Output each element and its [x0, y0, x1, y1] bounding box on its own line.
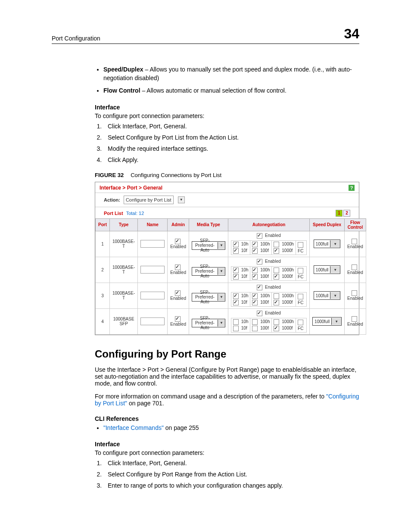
checkbox[interactable]	[257, 285, 262, 290]
checkbox[interactable]	[175, 239, 181, 244]
checkbox[interactable]	[233, 300, 239, 305]
name-input[interactable]	[140, 266, 165, 274]
cell-type: 1000BASE-T	[110, 257, 138, 283]
name-input[interactable]	[140, 292, 165, 299]
checkbox[interactable]	[257, 311, 262, 316]
range-p2: For more information on command usage an…	[95, 393, 359, 407]
checkbox[interactable]	[274, 242, 279, 247]
media-select[interactable]: SFP-Preferred-Auto▼	[192, 293, 225, 302]
media-select[interactable]: SFP-Preferred-Auto▼	[192, 241, 225, 250]
checkbox[interactable]	[233, 274, 239, 280]
page-header: Port Configuration 34	[52, 26, 359, 44]
checkbox[interactable]	[233, 242, 239, 247]
col-autoneg: Autonegotiation	[228, 218, 309, 231]
checkbox[interactable]	[252, 248, 258, 254]
checkbox[interactable]	[298, 320, 303, 325]
cell-media: SFP-Preferred-Auto▼	[189, 283, 228, 308]
checkbox[interactable]	[352, 264, 357, 270]
cell-port: 4	[96, 308, 110, 334]
cell-speed: 100full▼	[310, 283, 345, 308]
col-admin: Admin	[168, 218, 189, 231]
interface-heading: Interface	[95, 104, 359, 111]
step-2: Select Configure by Port List from the A…	[103, 134, 359, 141]
checkbox[interactable]	[175, 290, 181, 296]
speed-select[interactable]: 100full▼	[314, 265, 340, 274]
checkbox[interactable]	[252, 268, 258, 273]
checkbox[interactable]	[252, 319, 258, 325]
cell-speed: 1000full▼	[310, 308, 345, 334]
cli-reference-item: "Interface Commands" on page 255	[103, 424, 359, 432]
table-row: 1 1000BASE-T Enabled SFP-Preferred-Auto▼…	[96, 231, 366, 257]
page-1[interactable]: 1	[336, 210, 342, 217]
name-input[interactable]	[140, 317, 165, 325]
chevron-down-icon: ▼	[218, 268, 225, 275]
cell-type: 1000BASE-T	[110, 283, 138, 308]
figure-caption: FIGURE 32Configuring Connections by Port…	[95, 172, 359, 178]
checkbox[interactable]	[298, 294, 303, 299]
link-interface-commands[interactable]: "Interface Commands"	[103, 424, 164, 431]
interface-intro: To configure port connection parameters:	[95, 112, 359, 119]
checkbox[interactable]	[274, 300, 279, 305]
checkbox[interactable]	[352, 239, 357, 244]
step-1: Click Interface, Port, General.	[103, 123, 359, 130]
checkbox[interactable]	[252, 326, 258, 331]
checkbox[interactable]	[257, 233, 262, 239]
name-input[interactable]	[140, 240, 165, 248]
speed-select[interactable]: 1000full▼	[312, 317, 342, 326]
bullet-speed-duplex: Speed/Duplex – Allows you to manually se…	[103, 65, 359, 82]
media-select[interactable]: SFP-Preferred-Auto▼	[192, 319, 225, 327]
checkbox[interactable]	[175, 316, 181, 322]
checkbox[interactable]	[298, 242, 303, 248]
checkbox[interactable]	[252, 242, 258, 247]
checkbox[interactable]	[233, 268, 239, 273]
pager: 1 2	[336, 210, 350, 217]
speed-select[interactable]: 100full▼	[314, 291, 340, 300]
checkbox[interactable]	[274, 319, 279, 325]
cell-type: 1000BASE-T	[110, 231, 138, 257]
step-3b: Enter to range of ports to which your co…	[103, 482, 359, 489]
chevron-down-icon: ▼	[330, 292, 340, 299]
checkbox[interactable]	[233, 326, 239, 331]
checkbox[interactable]	[274, 274, 279, 280]
screenshot-figure: Interface > Port > General ? Action: Con…	[95, 182, 359, 335]
chevron-down-icon: ▼	[218, 320, 225, 327]
checkbox[interactable]	[233, 293, 239, 299]
speed-select[interactable]: 100full▼	[314, 240, 340, 248]
cell-name	[138, 257, 168, 283]
checkbox[interactable]	[233, 319, 239, 325]
action-select[interactable]: Configure by Port List	[124, 196, 174, 204]
checkbox[interactable]	[352, 316, 357, 322]
checkbox[interactable]	[274, 326, 279, 331]
col-name: Name	[138, 218, 168, 231]
cell-port: 1	[96, 231, 110, 257]
step-2b: Select Configure by Port Range from the …	[103, 471, 359, 478]
action-row: Action: Configure by Port List ▼	[95, 193, 359, 207]
checkbox[interactable]	[257, 259, 262, 264]
checkbox[interactable]	[233, 248, 239, 254]
media-select[interactable]: SFP-Preferred-Auto▼	[192, 267, 225, 276]
checkbox[interactable]	[252, 293, 258, 299]
checkbox[interactable]	[252, 274, 258, 280]
page-2[interactable]: 2	[343, 210, 350, 217]
step-1b: Click Interface, Port, General.	[103, 460, 359, 467]
cell-autoneg: Enabled 10h 10f 100h 100f 1000h 1000f FC	[228, 308, 309, 334]
checkbox[interactable]	[175, 264, 181, 270]
col-flow: Flow Control	[345, 218, 366, 231]
cell-port: 3	[96, 283, 110, 308]
checkbox[interactable]	[274, 293, 279, 299]
help-icon[interactable]: ?	[349, 185, 355, 191]
header-chapter-number: 34	[344, 26, 359, 42]
checkbox[interactable]	[274, 248, 279, 254]
checkbox[interactable]	[352, 290, 357, 296]
table-row: 3 1000BASE-T Enabled SFP-Preferred-Auto▼…	[96, 283, 366, 308]
checkbox[interactable]	[252, 300, 258, 305]
bullet-flow-control: Flow Control – Allows automatic or manua…	[103, 87, 359, 95]
cell-port: 2	[96, 257, 110, 283]
chevron-down-icon[interactable]: ▼	[178, 196, 185, 203]
cell-flow: Enabled	[345, 308, 366, 334]
action-label: Action:	[104, 197, 120, 202]
cli-references-heading: CLI References	[95, 415, 359, 422]
checkbox[interactable]	[274, 268, 279, 273]
checkbox[interactable]	[298, 268, 303, 274]
cell-name	[138, 308, 168, 334]
